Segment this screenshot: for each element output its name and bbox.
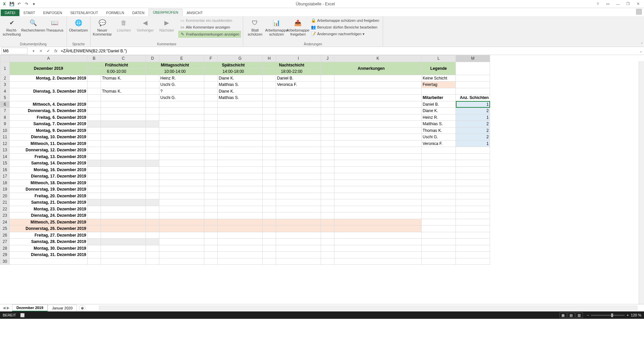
cell[interactable]: [276, 193, 321, 199]
cell[interactable]: [88, 82, 101, 88]
cell[interactable]: [218, 180, 263, 186]
cell[interactable]: [334, 226, 422, 232]
cell[interactable]: Frühschicht: [88, 62, 146, 68]
cell[interactable]: [101, 121, 146, 128]
cell[interactable]: [456, 199, 490, 206]
cell[interactable]: [321, 252, 334, 258]
spreadsheet-grid[interactable]: A B C D E F G H I J K L M 1 Dezember 201…: [0, 55, 644, 304]
cell[interactable]: [276, 199, 321, 206]
cell[interactable]: [334, 199, 422, 206]
cell[interactable]: [204, 173, 218, 180]
cell[interactable]: [159, 232, 204, 239]
cell[interactable]: [276, 147, 321, 154]
cell[interactable]: [263, 166, 276, 173]
cell[interactable]: [334, 232, 422, 239]
cell[interactable]: 2: [456, 121, 490, 128]
cell[interactable]: [218, 258, 263, 265]
cell[interactable]: [334, 186, 422, 193]
cell[interactable]: Montag, 23. Dezember 2019: [10, 206, 88, 212]
cell[interactable]: [88, 193, 101, 199]
col-header[interactable]: L: [422, 55, 456, 62]
cell[interactable]: [146, 226, 159, 232]
row-header[interactable]: 6: [0, 101, 10, 108]
column-headers[interactable]: A B C D E F G H I J K L M: [0, 55, 490, 62]
cell[interactable]: [321, 232, 334, 239]
cell[interactable]: [422, 160, 456, 167]
row-header[interactable]: 20: [0, 193, 10, 199]
uebersetzen-button[interactable]: 🌐Übersetzen: [69, 17, 88, 32]
cell[interactable]: [146, 239, 159, 245]
ribbon-options-icon[interactable]: ▭: [604, 1, 612, 7]
cell[interactable]: [422, 147, 456, 154]
alle-kommentare-button[interactable]: ▭Alle Kommentare anzeigen: [178, 24, 241, 30]
cell[interactable]: [146, 232, 159, 239]
col-header[interactable]: G: [218, 55, 263, 62]
cell[interactable]: [204, 219, 218, 226]
cell[interactable]: Freitag, 27. Dezember 2019: [10, 232, 88, 239]
cell[interactable]: [276, 252, 321, 258]
cell[interactable]: [204, 212, 218, 219]
cell[interactable]: Samstag, 7. Dezember 2019: [10, 121, 88, 128]
cell[interactable]: [88, 153, 101, 160]
cell[interactable]: [204, 252, 218, 258]
cell[interactable]: [88, 212, 101, 219]
cell[interactable]: [101, 160, 146, 167]
cell[interactable]: [88, 180, 101, 186]
col-header[interactable]: A: [10, 55, 88, 62]
cell[interactable]: [263, 219, 276, 226]
name-box[interactable]: [1, 48, 28, 54]
col-header[interactable]: J: [321, 55, 334, 62]
tab-formeln[interactable]: FORMELN: [102, 9, 128, 16]
cell[interactable]: [334, 95, 422, 101]
cell[interactable]: [146, 212, 159, 219]
cell[interactable]: [146, 140, 159, 147]
cell[interactable]: [101, 245, 146, 252]
row-header[interactable]: 29: [0, 252, 10, 258]
row-header[interactable]: 7: [0, 108, 10, 114]
row-header[interactable]: 15: [0, 160, 10, 167]
row-header[interactable]: 26: [0, 232, 10, 239]
cell[interactable]: [218, 147, 263, 154]
cell[interactable]: [321, 127, 334, 134]
cell[interactable]: [334, 193, 422, 199]
cell[interactable]: [321, 166, 334, 173]
row-header[interactable]: 9: [0, 121, 10, 128]
help-icon[interactable]: ?: [594, 1, 602, 7]
cell[interactable]: [334, 160, 422, 167]
cell[interactable]: [218, 245, 263, 252]
cell[interactable]: Mittwoch, 25. Dezember 2019: [10, 219, 88, 226]
freihand-button[interactable]: ✎Freihandanmerkungen anzeigen: [178, 31, 241, 38]
cell[interactable]: 1: [456, 114, 490, 121]
cell[interactable]: [263, 173, 276, 180]
cell[interactable]: [422, 206, 456, 212]
cell[interactable]: [146, 82, 159, 88]
cell[interactable]: [88, 88, 101, 95]
cell[interactable]: [334, 127, 422, 134]
cell[interactable]: [263, 108, 276, 114]
cell[interactable]: Thomas K.: [101, 75, 146, 82]
zoom-out-icon[interactable]: −: [587, 313, 589, 317]
cell[interactable]: Uschi G.: [159, 82, 204, 88]
sheet-tab-januar[interactable]: Januar 2020: [48, 305, 77, 311]
row-header[interactable]: 1: [0, 62, 10, 75]
row-header[interactable]: 24: [0, 219, 10, 226]
redo-icon[interactable]: ↷: [23, 1, 30, 7]
cell[interactable]: [88, 199, 101, 206]
cell[interactable]: [456, 239, 490, 245]
cell[interactable]: [276, 180, 321, 186]
cell[interactable]: [159, 239, 204, 245]
cell[interactable]: Montag, 2. Dezember 2019: [10, 75, 88, 82]
cell[interactable]: [276, 206, 321, 212]
cell[interactable]: Uschi G.: [159, 95, 204, 101]
cell[interactable]: [204, 82, 218, 88]
cell[interactable]: [422, 258, 456, 265]
cell[interactable]: [159, 206, 204, 212]
cell[interactable]: [456, 258, 490, 265]
cell[interactable]: [88, 186, 101, 193]
cell[interactable]: [159, 147, 204, 154]
cell[interactable]: [88, 140, 101, 147]
cell[interactable]: Keine Schicht: [422, 75, 456, 82]
cell[interactable]: [263, 95, 276, 101]
cell[interactable]: [204, 140, 218, 147]
cell[interactable]: 6:00-10:00: [88, 68, 146, 75]
